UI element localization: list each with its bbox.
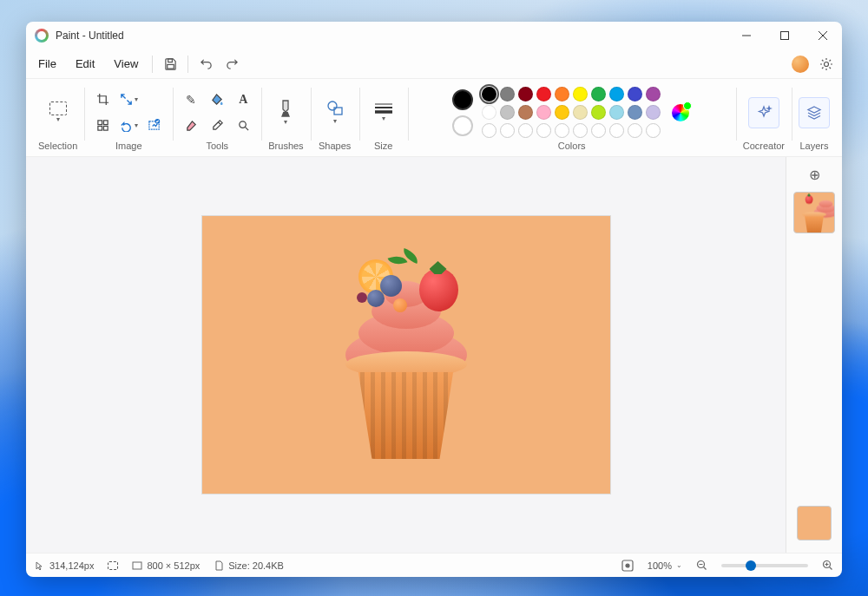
close-button[interactable] <box>804 22 842 49</box>
magnifier-icon[interactable] <box>232 115 254 137</box>
svg-point-21 <box>626 564 629 567</box>
select-all-icon[interactable] <box>91 115 114 137</box>
color-swatch[interactable] <box>591 87 606 102</box>
svg-rect-1 <box>781 32 789 40</box>
custom-color-slot[interactable] <box>628 123 642 138</box>
color-swatch[interactable] <box>500 87 515 102</box>
custom-color-slot[interactable] <box>518 123 533 138</box>
svg-rect-7 <box>98 121 102 125</box>
custom-color-slot[interactable] <box>482 123 496 138</box>
zoom-slider-knob[interactable] <box>746 560 756 571</box>
color2-swatch[interactable] <box>452 115 473 136</box>
fit-screen-icon[interactable] <box>621 560 634 572</box>
zoom-slider[interactable] <box>721 564 808 567</box>
color-swatch[interactable] <box>573 105 588 120</box>
settings-gear-icon[interactable] <box>814 52 838 76</box>
color-swatch[interactable] <box>555 87 569 102</box>
brushes-label: Brushes <box>268 141 303 153</box>
edit-menu[interactable]: Edit <box>67 54 103 74</box>
view-menu[interactable]: View <box>105 54 147 74</box>
size-group: ▾ Size <box>359 79 408 156</box>
save-icon[interactable] <box>158 52 182 76</box>
custom-color-slot[interactable] <box>646 123 661 138</box>
cocreator-label: Cocreator <box>743 141 785 153</box>
size-label: Size <box>374 141 392 153</box>
selection-group: ▾ Selection <box>31 79 84 156</box>
minimize-button[interactable] <box>727 22 766 49</box>
redo-icon[interactable] <box>220 52 244 76</box>
remove-bg-icon[interactable] <box>143 115 166 137</box>
custom-color-slot[interactable] <box>609 123 624 138</box>
file-menu[interactable]: File <box>30 54 65 74</box>
canvas-area[interactable] <box>26 157 786 553</box>
custom-color-slot[interactable] <box>555 123 569 138</box>
svg-rect-5 <box>168 64 174 69</box>
color-swatch[interactable] <box>609 105 624 120</box>
shapes-button[interactable]: ▾ <box>318 95 352 130</box>
edit-colors-icon[interactable] <box>669 102 692 124</box>
selection-size <box>108 561 118 570</box>
custom-color-slot[interactable] <box>591 123 606 138</box>
zoom-value[interactable]: 100% ⌄ <box>648 560 682 571</box>
canvas[interactable] <box>202 216 610 494</box>
color-swatch[interactable] <box>536 87 551 102</box>
color-swatch[interactable] <box>628 105 642 120</box>
selection-tool[interactable]: ▾ <box>41 95 76 130</box>
add-layer-button[interactable]: ⊕ <box>804 164 825 185</box>
color1-swatch[interactable] <box>452 89 473 110</box>
color-swatch[interactable] <box>555 105 569 120</box>
custom-color-slot[interactable] <box>573 123 588 138</box>
color-swatch[interactable] <box>536 105 551 120</box>
layer-color-preview[interactable] <box>797 506 832 540</box>
eyedropper-icon[interactable] <box>206 115 228 137</box>
crop-icon[interactable] <box>91 88 114 111</box>
svg-point-14 <box>328 102 337 110</box>
layer-thumbnail[interactable] <box>793 192 835 233</box>
zoom-in-icon[interactable] <box>822 560 833 571</box>
text-icon[interactable]: A <box>232 88 254 111</box>
brushes-button[interactable]: ▾ <box>268 95 303 130</box>
paint-window: Paint - Untitled File Edit View <box>26 22 842 577</box>
maximize-button[interactable] <box>766 22 804 49</box>
svg-point-13 <box>240 121 247 128</box>
color-swatch[interactable] <box>646 87 661 102</box>
file-size: Size: 20.4KB <box>214 560 284 571</box>
pencil-icon[interactable]: ✎ <box>180 88 202 111</box>
cocreator-button[interactable] <box>748 97 779 128</box>
color-swatch[interactable] <box>500 105 515 120</box>
color-swatch[interactable] <box>482 105 496 120</box>
layers-button[interactable] <box>799 97 830 128</box>
layers-label: Layers <box>799 141 828 153</box>
window-title: Paint - Untitled <box>56 29 124 42</box>
color-swatch[interactable] <box>482 87 496 102</box>
resize-icon[interactable]: ▾ <box>117 88 140 111</box>
canvas-content-cupcake <box>328 251 484 459</box>
zoom-out-icon[interactable] <box>696 560 707 571</box>
color-swatch[interactable] <box>573 87 588 102</box>
undo-icon[interactable] <box>194 52 218 76</box>
svg-rect-4 <box>168 59 173 62</box>
fill-icon[interactable] <box>206 88 228 111</box>
file-size-value: Size: 20.4KB <box>228 560 284 571</box>
color-swatch[interactable] <box>518 105 533 120</box>
shapes-label: Shapes <box>319 141 351 153</box>
ribbon: ▾ Selection ▾ ▾ Image ✎ <box>26 79 842 157</box>
svg-rect-9 <box>98 126 102 130</box>
colors-label: Colors <box>558 141 586 153</box>
color-swatch[interactable] <box>609 87 624 102</box>
rotate-icon[interactable]: ▾ <box>117 115 140 137</box>
user-avatar[interactable] <box>792 56 809 73</box>
color-swatch[interactable] <box>628 87 642 102</box>
size-button[interactable]: ▾ <box>366 95 401 130</box>
shapes-icon <box>326 100 345 117</box>
color-swatch[interactable] <box>646 105 661 120</box>
color-palette <box>482 87 661 138</box>
size-icon <box>375 102 392 115</box>
custom-color-slot[interactable] <box>500 123 515 138</box>
color-swatch[interactable] <box>518 87 533 102</box>
eraser-icon[interactable] <box>180 115 202 137</box>
custom-color-slot[interactable] <box>536 123 551 138</box>
color-swatch[interactable] <box>591 105 606 120</box>
paint-app-icon <box>35 29 49 43</box>
selection-label: Selection <box>38 141 77 153</box>
